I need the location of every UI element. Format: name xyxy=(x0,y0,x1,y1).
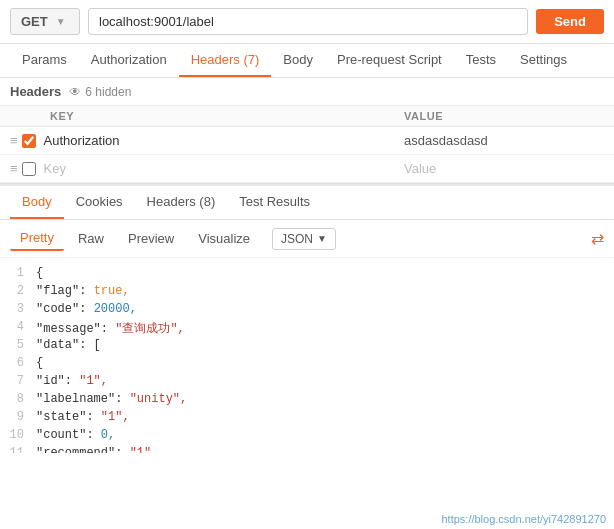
brace-token: { xyxy=(36,356,43,370)
watermark-link[interactable]: https://blog.csdn.net/yi742891270 xyxy=(441,513,606,525)
format-tab-raw[interactable]: Raw xyxy=(68,227,114,250)
method-select[interactable]: GET ▼ xyxy=(10,8,80,35)
request-tab-authorization[interactable]: Authorization xyxy=(79,44,179,77)
val-cell-0: asdasdasdasd xyxy=(404,133,604,148)
key-token: "flag" xyxy=(36,284,79,298)
code-line: 3 "code": 20000, xyxy=(0,302,614,320)
line-content: "recommend": "1", xyxy=(36,446,614,453)
str-token: "unity", xyxy=(130,392,188,406)
hidden-count-badge: 👁 6 hidden xyxy=(69,85,131,99)
request-tabs: ParamsAuthorizationHeaders (7)BodyPre-re… xyxy=(0,44,614,78)
val-cell-1[interactable]: Value xyxy=(404,161,604,176)
url-input[interactable] xyxy=(88,8,528,35)
key-token: "id" xyxy=(36,374,65,388)
line-content: "labelname": "unity", xyxy=(36,392,614,406)
request-tab-headers-7[interactable]: Headers (7) xyxy=(179,44,272,77)
line-number: 5 xyxy=(0,338,36,352)
code-line: 10 "count": 0, xyxy=(0,428,614,446)
line-number: 1 xyxy=(0,266,36,280)
line-content: "message": "查询成功", xyxy=(36,320,614,337)
code-line: 1{ xyxy=(0,266,614,284)
code-viewer: 1{2 "flag": true,3 "code": 20000,4 "mess… xyxy=(0,258,614,453)
format-tab-preview[interactable]: Preview xyxy=(118,227,184,250)
headers-label: Headers xyxy=(10,84,61,99)
str-token: "查询成功", xyxy=(115,322,185,336)
line-number: 8 xyxy=(0,392,36,406)
request-tab-tests[interactable]: Tests xyxy=(454,44,508,77)
str-token: "1", xyxy=(79,374,108,388)
key-token: "data" xyxy=(36,338,79,352)
format-tab-pretty[interactable]: Pretty xyxy=(10,226,64,251)
key-cell-0: Authorization xyxy=(44,133,404,148)
line-number: 10 xyxy=(0,428,36,442)
row-checkbox-placeholder[interactable] xyxy=(22,162,36,176)
eye-icon: 👁 xyxy=(69,85,81,99)
wrap-icon[interactable]: ⇄ xyxy=(591,229,604,248)
json-label: JSON xyxy=(281,232,313,246)
code-line: 7 "id": "1", xyxy=(0,374,614,392)
code-line: 2 "flag": true, xyxy=(0,284,614,302)
line-content: "flag": true, xyxy=(36,284,614,298)
code-line: 8 "labelname": "unity", xyxy=(0,392,614,410)
code-line: 6 { xyxy=(0,356,614,374)
line-number: 7 xyxy=(0,374,36,388)
table-header: KEY VALUE xyxy=(0,106,614,127)
line-content: "code": 20000, xyxy=(36,302,614,316)
format-tab-visualize[interactable]: Visualize xyxy=(188,227,260,250)
key-token: "code" xyxy=(36,302,79,316)
line-content: "state": "1", xyxy=(36,410,614,424)
num-token: 0, xyxy=(101,428,115,442)
line-number: 9 xyxy=(0,410,36,424)
key-token: "labelname" xyxy=(36,392,115,406)
chevron-down-icon: ▼ xyxy=(56,16,66,27)
url-bar: GET ▼ Send xyxy=(0,0,614,44)
key-token: "recommend" xyxy=(36,446,115,453)
response-tab-test-results[interactable]: Test Results xyxy=(227,186,322,219)
send-button[interactable]: Send xyxy=(536,9,604,34)
row-prefix-0: ≡ xyxy=(10,133,36,148)
str-token: "1", xyxy=(130,446,159,453)
request-tab-settings[interactable]: Settings xyxy=(508,44,579,77)
request-tab-params[interactable]: Params xyxy=(10,44,79,77)
code-line: 9 "state": "1", xyxy=(0,410,614,428)
line-number: 4 xyxy=(0,320,36,334)
line-number: 11 xyxy=(0,446,36,453)
request-tab-body[interactable]: Body xyxy=(271,44,325,77)
headers-rows: ≡ Authorization asdasdasdasd ≡ Key Value xyxy=(0,127,614,183)
line-number: 2 xyxy=(0,284,36,298)
drag-handle-icon[interactable]: ≡ xyxy=(10,133,18,148)
table-row: ≡ Key Value xyxy=(0,155,614,183)
brace-token: { xyxy=(36,266,43,280)
chevron-down-icon: ▼ xyxy=(317,233,327,244)
row-checkbox-0[interactable] xyxy=(22,134,36,148)
format-bar: PrettyRawPreviewVisualizeJSON▼⇄ xyxy=(0,220,614,258)
key-cell-1[interactable]: Key xyxy=(44,161,404,176)
bool-token: true, xyxy=(94,284,130,298)
num-token: 20000, xyxy=(94,302,137,316)
hidden-count-label: 6 hidden xyxy=(85,85,131,99)
response-tabs: BodyCookiesHeaders (8)Test Results xyxy=(0,186,614,220)
response-tab-cookies[interactable]: Cookies xyxy=(64,186,135,219)
response-section: BodyCookiesHeaders (8)Test Results Prett… xyxy=(0,184,614,453)
key-token: "state" xyxy=(36,410,86,424)
key-token: "count" xyxy=(36,428,86,442)
line-number: 6 xyxy=(0,356,36,370)
drag-handle-icon[interactable]: ≡ xyxy=(10,161,18,176)
code-line: 11 "recommend": "1", xyxy=(0,446,614,453)
headers-label-row: Headers 👁 6 hidden xyxy=(0,78,614,106)
json-format-select[interactable]: JSON▼ xyxy=(272,228,336,250)
response-tab-body[interactable]: Body xyxy=(10,186,64,219)
line-content: "data": [ xyxy=(36,338,614,352)
key-token: "message" xyxy=(36,322,101,336)
table-row: ≡ Authorization asdasdasdasd xyxy=(0,127,614,155)
request-tab-pre-request-script[interactable]: Pre-request Script xyxy=(325,44,454,77)
value-column-header: VALUE xyxy=(404,110,604,122)
line-content: { xyxy=(36,266,614,280)
line-content: "count": 0, xyxy=(36,428,614,442)
key-column-header: KEY xyxy=(10,110,404,122)
line-number: 3 xyxy=(0,302,36,316)
str-token: "1", xyxy=(101,410,130,424)
response-tab-headers-8[interactable]: Headers (8) xyxy=(135,186,228,219)
line-content: "id": "1", xyxy=(36,374,614,388)
method-label: GET xyxy=(21,14,48,29)
